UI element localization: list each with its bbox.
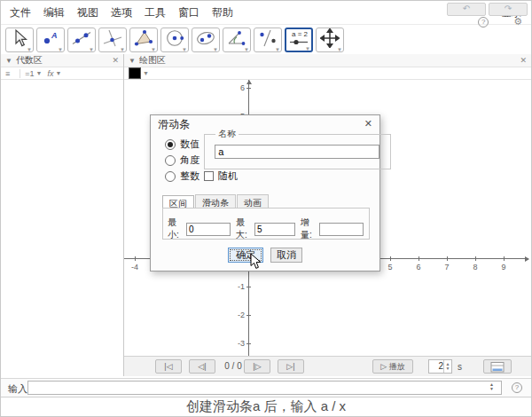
tool-polygon-button[interactable]: ▼ [129, 28, 158, 52]
menu-item-4[interactable]: 工具 [145, 5, 166, 20]
radio-selected-icon[interactable] [165, 139, 176, 150]
input-history-arrows-icon[interactable]: ▲▼ [489, 382, 494, 391]
chevron-down-icon[interactable]: ▼ [89, 47, 94, 52]
algebra-close-icon[interactable]: ✕ [112, 56, 119, 65]
chevron-down-icon: ▼ [36, 70, 43, 76]
play-icon: ▷ [380, 362, 388, 371]
graphics-close-icon[interactable]: ✕ [520, 56, 527, 65]
protocol-table-icon [490, 362, 505, 373]
tool-circle-button[interactable]: ▼ [160, 28, 189, 52]
algebra-panel-header[interactable]: ▼ 代数区 ✕ [1, 54, 123, 67]
chevron-down-icon[interactable]: ▼ [213, 47, 218, 52]
dialog-buttons: 确定 取消 [151, 248, 379, 263]
max-input[interactable] [254, 223, 295, 236]
input-help-icon[interactable]: ? [512, 382, 522, 393]
chevron-down-icon[interactable]: ▼ [151, 47, 156, 52]
x-axis-arrow-icon [525, 256, 529, 262]
algebra-style-bar: ≡ =1▼ fx▼ [1, 67, 123, 80]
color-swatch-button[interactable]: ▼ [129, 67, 149, 79]
tool-point-button[interactable]: A▼ [36, 28, 65, 52]
chevron-down-icon[interactable]: ▼ [275, 47, 280, 52]
menu-item-6[interactable]: 帮助 [212, 5, 233, 20]
spinner-arrows-icon[interactable]: ▲▼ [443, 360, 451, 373]
tool-move-icon [11, 28, 28, 51]
sort-mode-button[interactable]: =1▼ [25, 69, 42, 78]
input-bar-label: 输入 [8, 382, 27, 396]
gear-icon[interactable]: ⚙ [513, 17, 522, 28]
undo-icon: ↶ [463, 4, 470, 13]
random-checkbox-row[interactable]: 随机 [204, 169, 238, 183]
redo-button[interactable]: ↷ [489, 3, 528, 16]
radio-label: 整数 [180, 169, 200, 183]
x-tick-label: 6 [412, 263, 425, 271]
help-icon[interactable]: ? [478, 17, 489, 28]
chevron-down-icon: ▼ [55, 70, 61, 76]
menu-items: 文件编辑视图选项工具窗口帮助 [10, 5, 246, 20]
radio-option-2[interactable]: 整数 [165, 169, 200, 183]
speed-spinner[interactable]: 2 ▲▼ [428, 359, 452, 374]
radio-unselected-icon[interactable] [165, 171, 176, 182]
play-button[interactable]: ▷ 播放 [372, 359, 413, 374]
tool-move-graphics-view-button[interactable]: ▼ [316, 28, 344, 52]
y-tick [246, 88, 251, 89]
collapse-triangle-icon[interactable]: ▼ [5, 57, 12, 65]
tool-conic-button[interactable]: ▼ [192, 28, 220, 52]
y-tick [246, 315, 251, 316]
graphics-panel-title: 绘图区 [139, 54, 166, 67]
undo-button[interactable]: ↶ [447, 3, 486, 16]
menu-item-0[interactable]: 文件 [10, 5, 31, 20]
radio-option-0[interactable]: 数值 [165, 138, 200, 151]
graphics-panel-header[interactable]: ▼ 绘图区 ✕ [124, 54, 531, 67]
step-previous-button[interactable]: ◁| [189, 359, 215, 374]
tool-slider-button[interactable]: a = 2▼ [285, 28, 313, 52]
increment-input[interactable] [319, 223, 364, 236]
chevron-down-icon[interactable]: ▼ [27, 47, 32, 52]
cancel-button[interactable]: 取消 [270, 248, 302, 263]
random-checkbox[interactable] [204, 171, 214, 181]
collapse-triangle-icon[interactable]: ▼ [129, 57, 136, 65]
aux-objects-icon[interactable]: ≡ [5, 69, 10, 78]
random-label: 随机 [218, 169, 238, 183]
caption-text: 创建滑动条a 后，输入 a / x [1, 398, 531, 415]
command-input[interactable] [27, 381, 502, 395]
tool-angle-button[interactable]: ▼ [223, 28, 251, 52]
radio-unselected-icon[interactable] [165, 155, 176, 166]
tool-perpendicular-line-button[interactable]: ▼ [98, 28, 127, 52]
y-tick-label: 6 [229, 83, 245, 92]
tool-reflection-button[interactable]: ▼ [254, 28, 282, 52]
y-tick [246, 287, 251, 287]
menu-item-5[interactable]: 窗口 [178, 5, 200, 20]
fx-toggle-button[interactable]: fx▼ [47, 69, 61, 78]
menu-item-1[interactable]: 编辑 [43, 5, 65, 20]
y-tick [246, 343, 251, 344]
radio-option-1[interactable]: 角度 [165, 153, 200, 167]
x-tick [447, 256, 448, 261]
menu-item-2[interactable]: 视图 [77, 5, 98, 20]
chevron-down-icon[interactable]: ▼ [337, 47, 342, 52]
chevron-down-icon[interactable]: ▼ [182, 47, 187, 52]
slider-name-input[interactable] [215, 145, 379, 159]
chevron-down-icon[interactable]: ▼ [120, 47, 125, 52]
x-tick-label: 5 [384, 263, 396, 271]
construction-protocol-button[interactable] [483, 359, 512, 374]
chevron-down-icon[interactable]: ▼ [244, 47, 249, 52]
speed-unit-label: s [458, 362, 462, 372]
svg-text:a = 2: a = 2 [292, 30, 309, 38]
tool-line-button[interactable]: ▼ [67, 28, 96, 52]
menu-item-3[interactable]: 选项 [111, 5, 132, 20]
chevron-down-icon: ▼ [143, 70, 149, 76]
redo-icon: ↷ [505, 4, 512, 13]
step-first-button[interactable]: |◁ [155, 359, 182, 374]
name-legend: 名称 [215, 128, 239, 140]
chevron-down-icon[interactable]: ▼ [58, 47, 63, 52]
interval-tab-panel: 最小:最大:增量: [162, 208, 370, 240]
name-fieldset: 名称 [204, 128, 391, 169]
graphics-style-bar: ▼ [124, 67, 531, 80]
y-axis-arrow-icon [246, 80, 252, 84]
chevron-down-icon[interactable]: ▼ [305, 46, 310, 51]
step-last-button[interactable]: ▷| [278, 359, 304, 374]
x-tick-label: 8 [469, 263, 481, 271]
tool-move-button[interactable]: ▼ [5, 28, 34, 52]
min-input[interactable] [186, 223, 231, 236]
tool-buttons: ▼A▼▼▼▼▼▼▼▼a = 2▼▼ [5, 28, 347, 52]
